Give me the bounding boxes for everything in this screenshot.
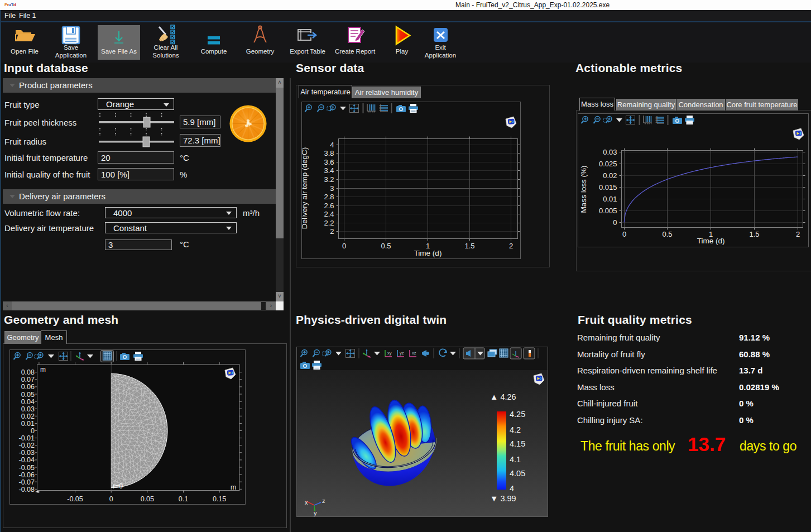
svg-text:3.8: 3.8	[324, 149, 334, 157]
svg-text:Mass loss (%): Mass loss (%)	[579, 166, 588, 213]
svg-text:▲ 4.26: ▲ 4.26	[490, 392, 516, 401]
svg-text:3: 3	[330, 184, 334, 193]
svg-text:0.1: 0.1	[179, 495, 188, 503]
svg-text:0.02: 0.02	[603, 171, 617, 180]
svg-text:4.15: 4.15	[510, 439, 525, 448]
svg-text:-0.02: -0.02	[19, 442, 35, 449]
svg-text:Time (d): Time (d)	[414, 249, 442, 257]
svg-text:0.005: 0.005	[599, 207, 617, 215]
svg-text:0.06: 0.06	[21, 383, 35, 391]
svg-text:xy: xy	[387, 351, 392, 356]
svg-text:2: 2	[509, 242, 513, 250]
svg-text:▼ 3.99: ▼ 3.99	[490, 494, 516, 503]
svg-text:0.08: 0.08	[21, 368, 35, 376]
svg-text:0.05: 0.05	[141, 495, 154, 503]
svg-text:2.2: 2.2	[324, 219, 334, 227]
svg-text:r=0: r=0	[113, 482, 123, 490]
svg-text:-0.08: -0.08	[19, 486, 35, 493]
svg-text:0.015: 0.015	[599, 183, 617, 191]
svg-text:0.03: 0.03	[21, 405, 35, 413]
svg-text:-0.07: -0.07	[19, 478, 35, 486]
svg-text:z: z	[322, 497, 325, 504]
svg-text:0.05: 0.05	[21, 391, 35, 399]
svg-text:yz: yz	[400, 351, 404, 356]
svg-text:3.2: 3.2	[324, 175, 334, 184]
svg-text:0.5: 0.5	[662, 230, 672, 238]
svg-text:4.25: 4.25	[510, 410, 525, 419]
svg-text:-0.05: -0.05	[67, 495, 83, 503]
svg-text:4.05: 4.05	[510, 469, 525, 478]
svg-text:0: 0	[622, 230, 626, 238]
svg-text:0.07: 0.07	[21, 376, 35, 384]
svg-text:4.2: 4.2	[510, 425, 521, 434]
svg-text:x: x	[305, 499, 308, 506]
svg-text:-0.03: -0.03	[19, 449, 35, 457]
svg-text:4: 4	[510, 484, 514, 493]
svg-text:2.8: 2.8	[324, 193, 334, 201]
svg-text:0: 0	[31, 427, 35, 435]
svg-text:2.4: 2.4	[324, 210, 334, 218]
svg-text:y: y	[314, 510, 317, 516]
svg-text:-0.04: -0.04	[19, 456, 35, 464]
svg-text:Delivery air temp (degC): Delivery air temp (degC)	[301, 147, 309, 229]
svg-text:0.04: 0.04	[21, 398, 35, 406]
svg-text:4.1: 4.1	[510, 455, 521, 464]
svg-text:3.6: 3.6	[324, 158, 334, 166]
svg-text:0: 0	[109, 495, 113, 503]
svg-text:3.4: 3.4	[324, 166, 334, 175]
svg-text:1.5: 1.5	[749, 230, 759, 238]
svg-text:0.025: 0.025	[599, 160, 617, 168]
svg-text:0.01: 0.01	[21, 420, 35, 428]
svg-text:4: 4	[330, 141, 334, 149]
svg-text:m: m	[231, 483, 236, 491]
svg-text:2.6: 2.6	[324, 202, 334, 210]
svg-text:2: 2	[796, 230, 800, 238]
svg-text:0.15: 0.15	[213, 495, 226, 503]
svg-text:2: 2	[330, 227, 334, 236]
svg-text:m: m	[40, 366, 46, 373]
svg-text:0: 0	[613, 218, 617, 227]
svg-text:-0.05: -0.05	[19, 464, 35, 472]
svg-text:1.5: 1.5	[464, 242, 474, 250]
svg-text:0.02: 0.02	[21, 413, 35, 420]
svg-text:0.5: 0.5	[381, 242, 391, 250]
svg-text:0: 0	[342, 242, 346, 250]
svg-text:-0.06: -0.06	[19, 471, 35, 479]
svg-text:xz: xz	[412, 351, 416, 356]
svg-text:0.03: 0.03	[603, 148, 617, 156]
svg-text:-0.01: -0.01	[19, 434, 35, 442]
svg-text:Time (d): Time (d)	[697, 237, 725, 245]
svg-text:0.01: 0.01	[603, 195, 617, 203]
